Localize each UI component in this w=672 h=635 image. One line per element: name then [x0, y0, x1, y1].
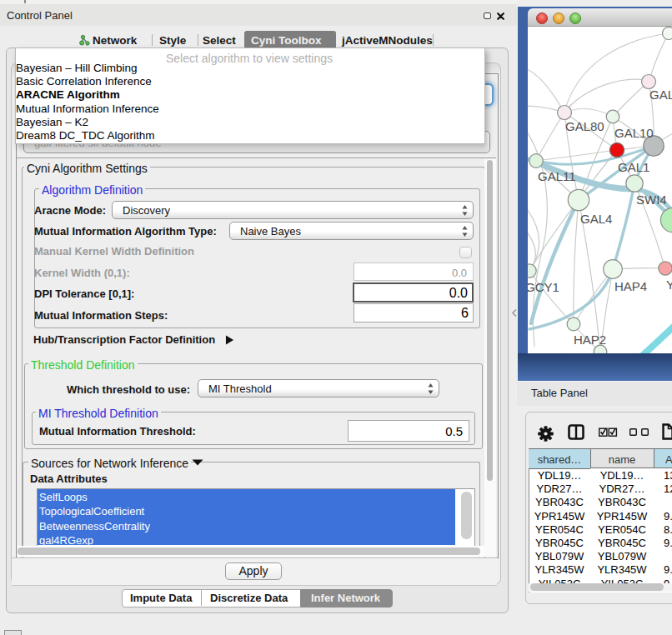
- svg-text:GCY1: GCY1: [528, 280, 559, 294]
- svg-text:GAL1: GAL1: [618, 160, 649, 174]
- svg-text:GAL10: GAL10: [614, 126, 654, 140]
- svg-text:GAL4: GAL4: [580, 212, 612, 226]
- svg-text:SWI4: SWI4: [636, 192, 667, 207]
- svg-text:GAL11: GAL11: [538, 169, 576, 183]
- svg-text:HAP4: HAP4: [614, 279, 647, 293]
- svg-text:HAP2: HAP2: [574, 332, 606, 347]
- svg-text:GAL80: GAL80: [565, 119, 604, 133]
- svg-text:Y: Y: [666, 278, 672, 292]
- svg-text:GAL7: GAL7: [649, 88, 672, 102]
